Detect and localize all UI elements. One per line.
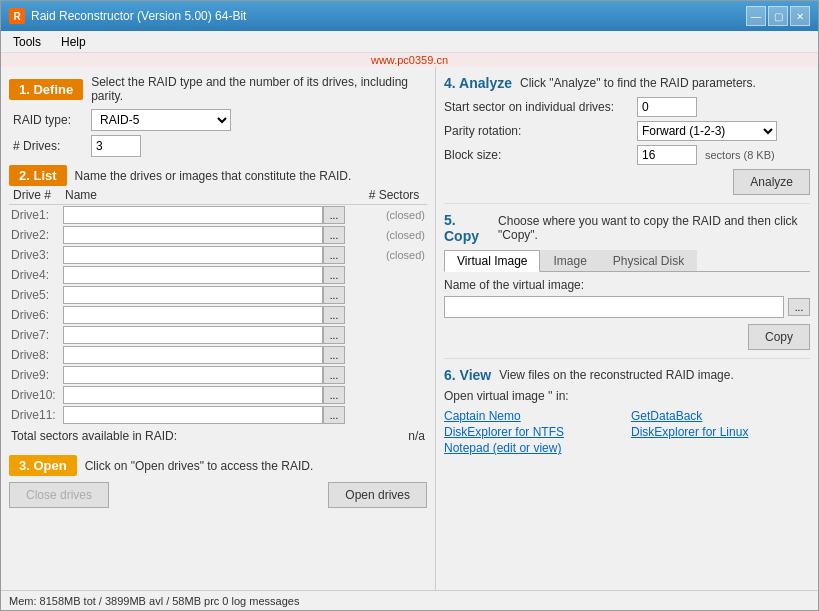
drive-label: Drive8:	[9, 345, 61, 365]
drive-browse-button[interactable]: ...	[323, 366, 345, 384]
table-row: Drive8:...	[9, 345, 427, 365]
title-bar-left: R Raid Reconstructor (Version 5.00) 64-B…	[9, 8, 246, 24]
link-notepad[interactable]: Notepad (edit or view)	[444, 441, 623, 455]
copy-badge: 5. Copy	[444, 212, 490, 244]
drive-path-input[interactable]	[63, 366, 323, 384]
open-desc: Click on "Open drives" to access the RAI…	[85, 459, 427, 473]
drive-input-cell: ...	[61, 245, 365, 265]
drive-input-cell: ...	[61, 405, 365, 425]
drive-path-input[interactable]	[63, 326, 323, 344]
list-badge: 2. List	[9, 165, 67, 186]
drives-input[interactable]	[91, 135, 141, 157]
app-icon: R	[9, 8, 25, 24]
minimize-button[interactable]: —	[746, 6, 766, 26]
copy-button[interactable]: Copy	[748, 324, 810, 350]
table-row: Drive9:...	[9, 365, 427, 385]
start-sector-input[interactable]	[637, 97, 697, 117]
drive-browse-button[interactable]: ...	[323, 386, 345, 404]
close-drives-button[interactable]: Close drives	[9, 482, 109, 508]
link-captain-nemo[interactable]: Captain Nemo	[444, 409, 623, 423]
drive-label: Drive3:	[9, 245, 61, 265]
drive-browse-button[interactable]: ...	[323, 326, 345, 344]
main-window: R Raid Reconstructor (Version 5.00) 64-B…	[0, 0, 819, 611]
tab-virtual-image[interactable]: Virtual Image	[444, 250, 540, 272]
drive-path-input[interactable]	[63, 286, 323, 304]
maximize-button[interactable]: ▢	[768, 6, 788, 26]
drive-path-input[interactable]	[63, 226, 323, 244]
drives-label: # Drives:	[13, 139, 83, 153]
tab-physical-disk[interactable]: Physical Disk	[600, 250, 697, 271]
virtual-image-input[interactable]	[444, 296, 784, 318]
open-buttons: Close drives Open drives	[9, 482, 427, 508]
list-header: 2. List Name the drives or images that c…	[9, 165, 427, 186]
define-header: 1. Define Select the RAID type and the n…	[9, 75, 427, 103]
drive-label: Drive4:	[9, 265, 61, 285]
drive-status	[365, 345, 427, 365]
drive-browse-button[interactable]: ...	[323, 246, 345, 264]
link-getdataback[interactable]: GetDataBack	[631, 409, 810, 423]
drive-input-cell: ...	[61, 285, 365, 305]
link-diskexplorer-linux[interactable]: DiskExplorer for Linux	[631, 425, 810, 439]
drive-label: Drive5:	[9, 285, 61, 305]
table-row: Drive5:...	[9, 285, 427, 305]
drive-status	[365, 305, 427, 325]
drive-path-input[interactable]	[63, 346, 323, 364]
menu-help[interactable]: Help	[53, 33, 94, 51]
drive-path-input[interactable]	[63, 266, 323, 284]
drive-table: Drive # Name # Sectors Drive1:...(closed…	[9, 186, 427, 425]
drive-status	[365, 405, 427, 425]
virtual-image-input-row: ...	[444, 296, 810, 318]
analyze-badge: 4. Analyze	[444, 75, 512, 91]
drive-label: Drive1:	[9, 205, 61, 226]
status-text: Mem: 8158MB tot / 3899MB avl / 58MB prc …	[9, 595, 299, 607]
drive-input-cell: ...	[61, 325, 365, 345]
drive-path-input[interactable]	[63, 206, 323, 224]
open-row: 3. Open Click on "Open drives" to access…	[9, 455, 427, 476]
list-section: 2. List Name the drives or images that c…	[9, 165, 427, 447]
drive-browse-button[interactable]: ...	[323, 226, 345, 244]
table-row: Drive7:...	[9, 325, 427, 345]
raid-type-label: RAID type:	[13, 113, 83, 127]
raid-type-row: RAID type: RAID-5	[13, 109, 427, 131]
copy-btn-row: Copy	[444, 324, 810, 350]
drive-path-input[interactable]	[63, 306, 323, 324]
drive-browse-button[interactable]: ...	[323, 266, 345, 284]
col-name: Name	[61, 186, 365, 205]
analyze-button[interactable]: Analyze	[733, 169, 810, 195]
col-sectors: # Sectors	[365, 186, 427, 205]
drive-browse-button[interactable]: ...	[323, 206, 345, 224]
link-diskexplorer-ntfs[interactable]: DiskExplorer for NTFS	[444, 425, 623, 439]
drive-path-input[interactable]	[63, 246, 323, 264]
drive-status: (closed)	[365, 225, 427, 245]
analyze-btn-row: Analyze	[444, 169, 810, 195]
drive-status: (closed)	[365, 245, 427, 265]
drive-path-input[interactable]	[63, 386, 323, 404]
drive-input-cell: ...	[61, 205, 365, 226]
drive-input-cell: ...	[61, 305, 365, 325]
table-row: Drive6:...	[9, 305, 427, 325]
view-header: 6. View View files on the reconstructed …	[444, 367, 810, 383]
parity-select[interactable]: Forward (1-2-3)	[637, 121, 777, 141]
start-sector-label: Start sector on individual drives:	[444, 100, 629, 114]
drive-label: Drive6:	[9, 305, 61, 325]
drive-browse-button[interactable]: ...	[323, 306, 345, 324]
drive-path-input[interactable]	[63, 406, 323, 424]
status-bar: Mem: 8158MB tot / 3899MB avl / 58MB prc …	[1, 590, 818, 610]
view-section: 6. View View files on the reconstructed …	[444, 367, 810, 582]
block-size-input[interactable]	[637, 145, 697, 165]
table-row: Drive10:...	[9, 385, 427, 405]
drive-browse-button[interactable]: ...	[323, 286, 345, 304]
open-badge: 3. Open	[9, 455, 77, 476]
close-button[interactable]: ✕	[790, 6, 810, 26]
open-drives-button[interactable]: Open drives	[328, 482, 427, 508]
right-panel: 4. Analyze Click "Analyze" to find the R…	[436, 67, 818, 590]
drive-browse-button[interactable]: ...	[323, 346, 345, 364]
menu-tools[interactable]: Tools	[5, 33, 49, 51]
drives-row: # Drives:	[13, 135, 427, 157]
virtual-image-label: Name of the virtual image:	[444, 278, 810, 292]
tab-image[interactable]: Image	[540, 250, 599, 271]
raid-type-select[interactable]: RAID-5	[91, 109, 231, 131]
drive-status	[365, 385, 427, 405]
drive-browse-button[interactable]: ...	[323, 406, 345, 424]
virtual-image-browse-button[interactable]: ...	[788, 298, 810, 316]
